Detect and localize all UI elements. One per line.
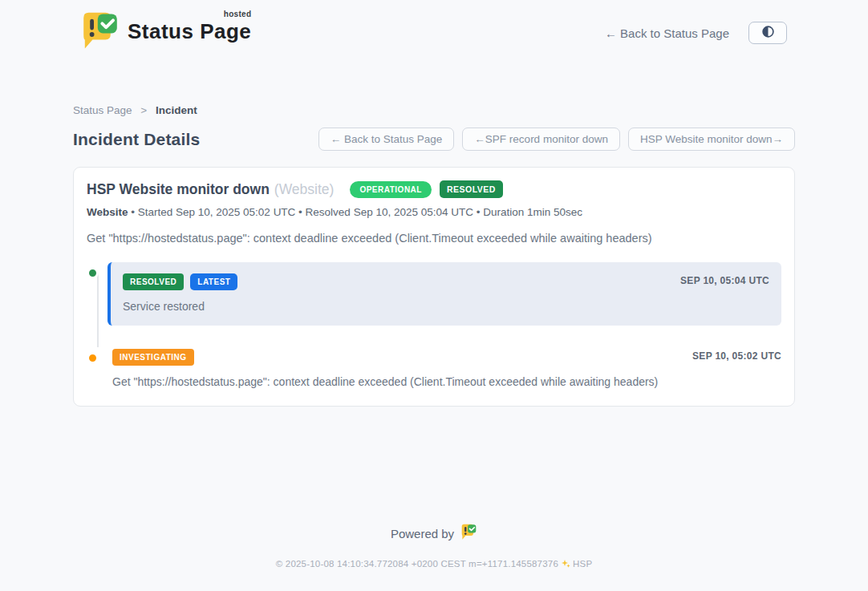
back-to-status-page-button[interactable]: ← Back to Status Page xyxy=(318,128,455,151)
incident-card: HSP Website monitor down (Website) OPERA… xyxy=(73,167,795,407)
main-content: Status Page > Incident Incident Details … xyxy=(73,104,795,407)
incident-timeline: RESOLVED LATEST SEP 10, 05:04 UTC Servic… xyxy=(87,262,781,388)
timeline-dot-green-icon xyxy=(87,267,99,279)
breadcrumb-incident: Incident xyxy=(156,104,197,116)
timeline-message: Service restored xyxy=(123,300,769,313)
incident-meta-details: • Started Sep 10, 2025 05:02 UTC • Resol… xyxy=(128,206,583,218)
status-page-logo-icon xyxy=(81,11,120,55)
timeline-dot-orange-icon xyxy=(87,352,99,364)
header: Status Page hosted ← Back to Status Page xyxy=(81,0,787,55)
prev-incident-button[interactable]: ←SPF record monitor down xyxy=(462,128,620,151)
site-logo[interactable]: Status Page hosted xyxy=(81,11,251,55)
incident-title: HSP Website monitor down xyxy=(87,181,270,198)
timeline-message: Get "https://hostedstatus.page": context… xyxy=(112,375,781,388)
copyright-line: © 2025-10-08 14:10:34.772084 +0200 CEST … xyxy=(0,559,868,570)
operational-status-badge: OPERATIONAL xyxy=(350,181,432,198)
incident-description: Get "https://hostedstatus.page": context… xyxy=(87,232,781,245)
powered-by[interactable]: Powered by xyxy=(391,524,477,543)
incident-nav-buttons: ← Back to Status Page ←SPF record monito… xyxy=(318,128,795,151)
timeline-latest-update-box: RESOLVED LATEST SEP 10, 05:04 UTC Servic… xyxy=(107,262,781,326)
contrast-half-circle-icon xyxy=(761,25,775,41)
timeline-investigating-badge: INVESTIGATING xyxy=(112,349,194,366)
next-incident-button[interactable]: HSP Website monitor down→ xyxy=(628,128,795,151)
logo-hosted-label: hosted xyxy=(224,10,252,18)
resolved-status-badge: RESOLVED xyxy=(440,180,503,198)
page-title: Incident Details xyxy=(73,130,200,149)
incident-meta: Website • Started Sep 10, 2025 05:02 UTC… xyxy=(87,206,781,218)
timeline-timestamp: SEP 10, 05:02 UTC xyxy=(692,350,781,362)
timeline-item-resolved: RESOLVED LATEST SEP 10, 05:04 UTC Servic… xyxy=(87,262,781,326)
copyright-text: © 2025-10-08 14:10:34.772084 +0200 CEST … xyxy=(276,559,558,569)
sparkles-icon xyxy=(561,561,570,570)
breadcrumb: Status Page > Incident xyxy=(73,104,795,116)
incident-meta-component: Website xyxy=(87,206,128,218)
timeline-latest-badge: LATEST xyxy=(190,273,237,290)
powered-by-label: Powered by xyxy=(391,527,454,540)
timeline-timestamp: SEP 10, 05:04 UTC xyxy=(680,275,769,286)
breadcrumb-separator: > xyxy=(140,104,147,116)
breadcrumb-status-page[interactable]: Status Page xyxy=(73,104,132,116)
logo-text: Status Page xyxy=(128,19,251,43)
timeline-resolved-badge: RESOLVED xyxy=(123,273,184,290)
incident-component: (Website) xyxy=(274,181,335,198)
theme-toggle-button[interactable] xyxy=(748,22,787,44)
header-back-link[interactable]: ← Back to Status Page xyxy=(605,26,729,40)
status-page-logo-small-icon xyxy=(460,524,477,543)
copyright-brand: HSP xyxy=(573,559,592,569)
footer: Powered by © 2025-10-08 14:10:34.772084 … xyxy=(0,524,868,570)
timeline-item-investigating: INVESTIGATING SEP 10, 05:02 UTC Get "htt… xyxy=(87,347,781,388)
